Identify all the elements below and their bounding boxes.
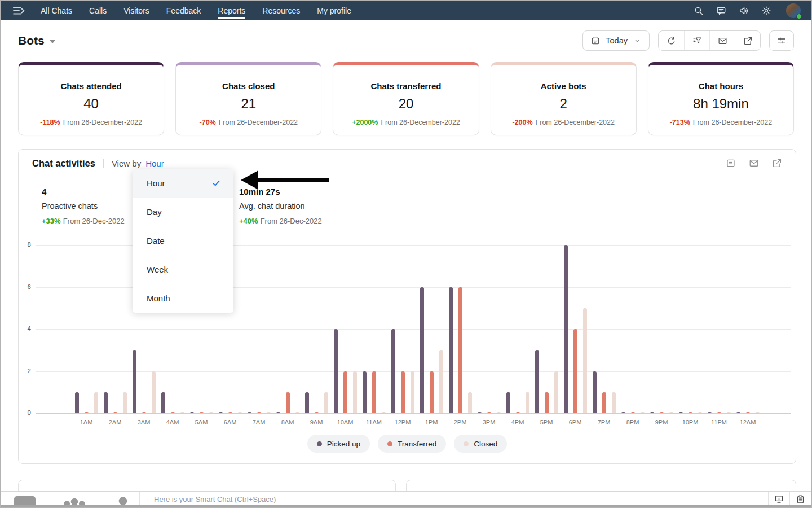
sidebar-toggle-icon[interactable]: [11, 5, 26, 16]
bar-transferred-7am[interactable]: [257, 412, 261, 413]
clipboard-button[interactable]: [789, 492, 811, 507]
legend-closed[interactable]: Closed: [454, 435, 507, 453]
bar-picked-up-12am[interactable]: [736, 412, 740, 413]
bar-transferred-1am[interactable]: [85, 412, 89, 413]
email-icon-button[interactable]: [749, 158, 759, 168]
bar-picked-up-7am[interactable]: [248, 412, 251, 413]
smartbar-item-contacts[interactable]: Contacts: [108, 492, 138, 508]
bar-transferred-10pm[interactable]: [689, 412, 692, 413]
bar-transferred-5am[interactable]: [200, 412, 204, 413]
avatar[interactable]: [786, 3, 801, 18]
bar-closed-3am[interactable]: [152, 371, 156, 414]
bar-closed-4pm[interactable]: [526, 392, 529, 413]
bar-closed-11am[interactable]: [382, 412, 386, 413]
bar-transferred-2am[interactable]: [113, 412, 117, 413]
bar-closed-1pm[interactable]: [439, 350, 443, 413]
bar-closed-12pm[interactable]: [411, 371, 414, 414]
bar-transferred-2pm[interactable]: [458, 287, 462, 414]
bar-picked-up-11am[interactable]: [363, 371, 367, 414]
bar-transferred-12pm[interactable]: [401, 371, 405, 414]
smartbar-item-channels[interactable]: Channels: [58, 492, 91, 508]
nav-item-calls[interactable]: Calls: [89, 6, 107, 15]
bar-closed-9pm[interactable]: [669, 412, 673, 413]
dropdown-item-day[interactable]: Day: [133, 198, 233, 226]
bar-closed-6am[interactable]: [238, 412, 242, 413]
bar-transferred-4am[interactable]: [171, 412, 175, 413]
bar-picked-up-2pm[interactable]: [449, 287, 453, 414]
date-range-button[interactable]: Today: [582, 30, 650, 51]
bar-transferred-9pm[interactable]: [660, 412, 664, 413]
bar-picked-up-3pm[interactable]: [478, 412, 482, 413]
bar-transferred-11pm[interactable]: [717, 412, 721, 413]
dropdown-item-week[interactable]: Week: [133, 255, 233, 284]
bar-transferred-9am[interactable]: [315, 412, 319, 413]
refresh-button[interactable]: [659, 31, 684, 50]
bar-closed-9am[interactable]: [324, 392, 328, 413]
display-settings-button[interactable]: [769, 30, 794, 51]
view-by-selector[interactable]: Hour: [145, 159, 164, 168]
bar-closed-1am[interactable]: [94, 392, 98, 413]
legend-transferred[interactable]: Transferred: [378, 435, 446, 453]
bar-closed-2pm[interactable]: [468, 392, 472, 413]
bar-picked-up-4am[interactable]: [161, 392, 165, 413]
bar-picked-up-2am[interactable]: [104, 392, 108, 413]
bar-picked-up-4pm[interactable]: [506, 392, 510, 413]
bar-transferred-12am[interactable]: [746, 412, 750, 413]
bar-closed-8am[interactable]: [295, 412, 299, 413]
bar-closed-5am[interactable]: [209, 412, 213, 413]
bar-transferred-8pm[interactable]: [631, 412, 635, 413]
nav-item-resources[interactable]: Resources: [262, 6, 300, 15]
bar-transferred-11am[interactable]: [372, 371, 376, 414]
bar-transferred-3am[interactable]: [142, 412, 146, 413]
bar-picked-up-10am[interactable]: [334, 329, 338, 413]
bar-picked-up-5pm[interactable]: [535, 350, 539, 413]
bar-closed-4am[interactable]: [180, 412, 184, 413]
bar-closed-7pm[interactable]: [612, 392, 616, 413]
bar-picked-up-7pm[interactable]: [593, 371, 597, 414]
nav-item-my-profile[interactable]: My profile: [317, 6, 351, 15]
nav-item-feedback[interactable]: Feedback: [166, 6, 201, 15]
bar-closed-11pm[interactable]: [727, 412, 731, 413]
bar-transferred-6am[interactable]: [228, 412, 232, 413]
bar-picked-up-11pm[interactable]: [708, 412, 712, 413]
nav-item-visitors[interactable]: Visitors: [123, 6, 149, 15]
filter-button[interactable]: [684, 31, 709, 50]
bar-closed-8pm[interactable]: [641, 412, 645, 413]
bar-closed-10pm[interactable]: [698, 412, 702, 413]
bar-picked-up-9am[interactable]: [305, 392, 309, 413]
bar-transferred-1pm[interactable]: [430, 371, 434, 414]
bar-closed-10am[interactable]: [353, 371, 357, 414]
export-icon-button[interactable]: [772, 158, 782, 168]
bar-closed-12am[interactable]: [756, 412, 760, 413]
bar-picked-up-8am[interactable]: [276, 412, 280, 413]
nav-item-all-chats[interactable]: All Chats: [41, 6, 72, 15]
dropdown-item-month[interactable]: Month: [133, 284, 233, 313]
bar-picked-up-6pm[interactable]: [564, 245, 568, 413]
page-title-dropdown[interactable]: Bots: [18, 34, 55, 47]
bar-closed-2am[interactable]: [123, 392, 127, 413]
smartbar-item-chats[interactable]: Chats: [11, 492, 38, 508]
bar-picked-up-1pm[interactable]: [420, 287, 424, 414]
dropdown-item-date[interactable]: Date: [133, 226, 233, 255]
bar-transferred-10am[interactable]: [343, 371, 347, 414]
bar-transferred-5pm[interactable]: [545, 392, 549, 413]
bar-transferred-7pm[interactable]: [602, 392, 606, 413]
bar-picked-up-6am[interactable]: [219, 412, 223, 413]
bar-closed-5pm[interactable]: [554, 371, 558, 414]
bar-picked-up-10pm[interactable]: [679, 412, 683, 413]
email-button[interactable]: [709, 31, 735, 50]
bar-transferred-8am[interactable]: [286, 392, 290, 413]
bar-picked-up-5am[interactable]: [190, 412, 194, 413]
smart-chat-input[interactable]: [140, 495, 768, 503]
bar-picked-up-1am[interactable]: [75, 392, 79, 413]
bar-closed-7am[interactable]: [267, 412, 271, 413]
bar-closed-3pm[interactable]: [497, 412, 501, 413]
bar-picked-up-3am[interactable]: [133, 350, 136, 413]
bar-picked-up-12pm[interactable]: [391, 329, 395, 413]
presentation-button[interactable]: [768, 492, 789, 507]
export-button[interactable]: [735, 31, 760, 50]
bar-transferred-4pm[interactable]: [516, 412, 520, 413]
summary-icon-button[interactable]: [726, 158, 736, 168]
bar-transferred-3pm[interactable]: [487, 412, 491, 413]
bar-picked-up-9pm[interactable]: [650, 412, 654, 413]
